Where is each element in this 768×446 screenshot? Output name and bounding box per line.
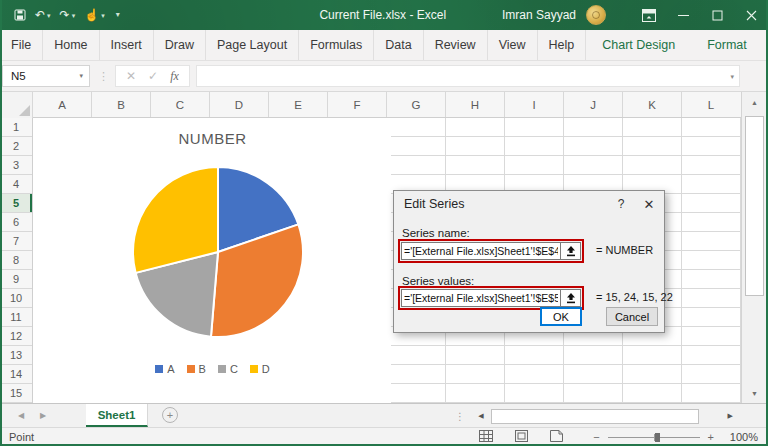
redo-icon[interactable]: ↷▾ [60,9,76,21]
new-sheet-icon[interactable]: + [162,407,178,423]
ribbon-display-options-icon[interactable] [632,0,666,30]
legend-item-C[interactable]: C [218,363,238,375]
column-header-E[interactable]: E [269,92,328,117]
tab-insert[interactable]: Insert [100,30,154,60]
chart-object[interactable]: NUMBER ABCD [34,118,391,403]
scroll-up-icon[interactable]: ▲ [742,92,767,112]
row-header-7[interactable]: 7 [0,232,32,251]
row-header-6[interactable]: 6 [0,213,32,232]
cancel-entry-icon[interactable]: ✕ [126,69,136,83]
pie-chart[interactable] [130,164,306,340]
collapse-dialog-icon[interactable] [561,242,581,260]
column-header-H[interactable]: H [446,92,505,117]
legend-item-B[interactable]: B [187,363,206,375]
save-icon[interactable] [14,9,26,21]
restore-button[interactable] [700,0,734,30]
row-header-3[interactable]: 3 [0,156,32,175]
tab-format[interactable]: Format [691,30,763,60]
row-header-8[interactable]: 8 [0,251,32,270]
tab-chart-design[interactable]: Chart Design [586,30,691,60]
zoom-level[interactable]: 100% [728,431,758,443]
row-header-2[interactable]: 2 [0,137,32,156]
sheet-tab-active[interactable]: Sheet1 [86,404,148,427]
column-header-I[interactable]: I [505,92,564,117]
tab-review[interactable]: Review [424,30,488,60]
account-name[interactable]: Imran Sayyad [502,8,576,22]
minimize-button[interactable] [666,0,700,30]
customize-qat-icon[interactable]: ▾ [116,11,120,19]
dialog-title-bar[interactable]: Edit Series ? ✕ [394,191,664,217]
page-break-preview-icon[interactable] [550,430,563,444]
row-header-11[interactable]: 11 [0,308,32,327]
name-box-dropdown-icon[interactable]: ▾ [79,72,83,80]
sheet-tab-bar: ◀ ▶ Sheet1 + ⋮ ◀ ▶ [0,403,768,427]
row-header-5[interactable]: 5 [0,194,32,213]
column-header-D[interactable]: D [210,92,269,117]
tab-draw[interactable]: Draw [154,30,206,60]
zoom-out-icon[interactable]: − [593,431,599,443]
tab-formulas[interactable]: Formulas [299,30,374,60]
zoom-in-icon[interactable]: + [708,431,714,443]
insert-function-icon[interactable]: fx [170,69,179,84]
tab-data[interactable]: Data [374,30,423,60]
row-header-9[interactable]: 9 [0,270,32,289]
column-header-A[interactable]: A [33,92,92,117]
tab-home[interactable]: Home [43,30,99,60]
formula-bar-expand-icon[interactable]: ▾ [730,73,734,81]
undo-icon[interactable]: ↶▾ [35,9,51,21]
tab-file[interactable]: File [0,30,43,60]
zoom-slider-thumb[interactable] [655,433,660,442]
tab-view[interactable]: View [488,30,538,60]
scroll-left-icon[interactable]: ◀ [473,408,489,424]
formula-bar-grip[interactable]: ⋮ [98,70,109,83]
close-button[interactable] [734,0,768,30]
sheet-next-icon[interactable]: ▶ [32,404,54,427]
touch-mode-icon[interactable]: ☝▾ [84,9,105,21]
dialog-close-button[interactable]: ✕ [634,197,664,212]
name-box[interactable]: N5 ▾ [2,65,90,87]
scroll-down-icon[interactable]: ▼ [742,383,767,403]
row-header-13[interactable]: 13 [0,346,32,365]
ok-button[interactable]: OK [540,307,582,326]
legend-item-D[interactable]: D [250,363,270,375]
legend-item-A[interactable]: A [155,363,174,375]
column-header-L[interactable]: L [682,92,740,117]
row-header-15[interactable]: 15 [0,384,32,403]
row-header-4[interactable]: 4 [0,175,32,194]
normal-view-icon[interactable] [479,430,493,444]
tab-help[interactable]: Help [538,30,587,60]
formula-input[interactable]: ▾ [196,65,740,87]
scrollbar-resize-grip[interactable]: ⋮ [455,411,465,422]
cancel-button[interactable]: Cancel [606,307,658,326]
sheet-prev-icon[interactable]: ◀ [10,404,32,427]
row-header-10[interactable]: 10 [0,289,32,308]
avatar[interactable] [586,5,606,25]
column-header-B[interactable]: B [92,92,151,117]
column-header-F[interactable]: F [328,92,387,117]
column-header-G[interactable]: G [387,92,446,117]
column-header-K[interactable]: K [623,92,682,117]
row-header-1[interactable]: 1 [0,118,32,137]
confirm-entry-icon[interactable]: ✓ [148,69,158,83]
series-name-input[interactable] [401,242,561,260]
name-box-value: N5 [11,70,26,82]
select-all-corner[interactable] [0,92,33,118]
row-header-14[interactable]: 14 [0,365,32,384]
zoom-slider[interactable]: − + [593,431,714,443]
tab-page-layout[interactable]: Page Layout [206,30,299,60]
horizontal-scroll-thumb[interactable] [491,409,699,424]
column-header-C[interactable]: C [151,92,210,117]
vertical-scroll-thumb[interactable] [745,116,764,296]
legend-label-B: B [199,363,206,375]
page-layout-view-icon[interactable] [515,430,528,444]
scroll-right-icon[interactable]: ▶ [722,408,738,424]
horizontal-scrollbar[interactable]: ⋮ ◀ ▶ [455,407,738,425]
vertical-scrollbar[interactable]: ▲ ▼ [741,92,767,403]
row-header-12[interactable]: 12 [0,327,32,346]
series-values-input[interactable] [401,289,561,307]
chart-legend[interactable]: ABCD [34,363,391,375]
chart-title[interactable]: NUMBER [34,130,391,147]
dialog-help-button[interactable]: ? [608,197,634,211]
collapse-dialog-icon[interactable] [561,289,581,307]
column-header-J[interactable]: J [564,92,623,117]
